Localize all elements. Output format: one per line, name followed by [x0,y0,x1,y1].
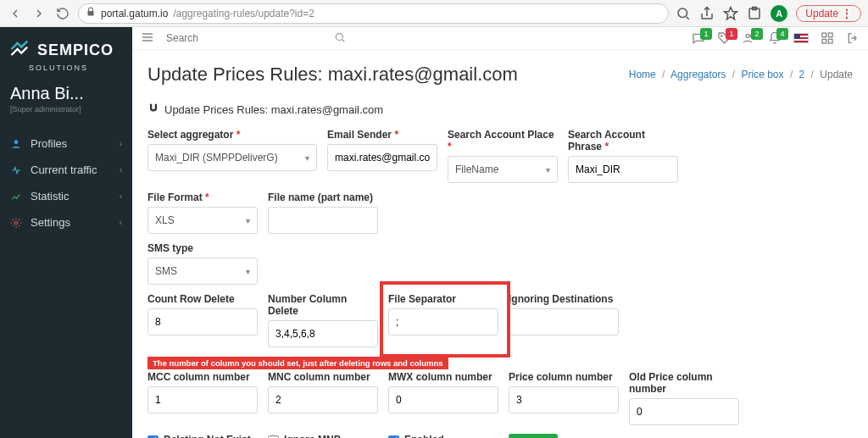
number-col-delete-input[interactable] [268,320,378,347]
file-separator-input[interactable] [388,308,498,335]
brand-logo: SEMPICO [0,27,132,69]
sidebar-item-settings[interactable]: Settings ‹ [0,209,132,236]
sub-header-text: Update Prices Rules: maxi.rates@gmail.co… [164,103,383,116]
select-aggregator-dropdown[interactable]: Maxi_DIR (SMPPDeliverG) ▾ [147,144,317,171]
sidebar-item-current-traffic[interactable]: Current traffic ‹ [0,157,132,183]
field-label: Count Row Delete [147,293,258,305]
count-row-delete-input[interactable] [147,308,258,335]
url-bar[interactable]: portal.gatum.io/aggregating-rules/update… [78,3,669,24]
star-icon[interactable] [723,6,738,21]
count-row-delete-value[interactable] [155,316,250,328]
price-input[interactable] [509,386,619,413]
mwx-input[interactable] [388,386,498,413]
badge-count: 1 [726,28,737,40]
back-button[interactable] [7,5,24,22]
field-label: Old Price column number [629,371,739,395]
field-label: Price column number [509,371,619,383]
forward-button[interactable] [31,5,47,22]
field-label: Email Sender * [327,129,437,141]
badge-count: 4 [776,28,788,40]
field-label: File Format * [147,191,258,203]
old-price-input[interactable] [629,398,739,425]
file-format-dropdown[interactable]: XLS ▾ [147,207,258,234]
sms-type-dropdown[interactable]: SMS ▾ [147,258,258,285]
mnc-value[interactable] [275,394,370,406]
mcc-value[interactable] [155,394,250,406]
sub-header: Update Prices Rules: maxi.rates@gmail.co… [132,94,868,129]
svg-rect-12 [828,39,832,43]
field-mcc: MCC column number [147,371,258,425]
file-separator-value[interactable] [396,316,491,328]
us-flag-icon [793,33,809,43]
topbar-bell-icon[interactable]: 4 [768,31,782,45]
search-account-place-dropdown[interactable]: FileName ▾ [448,156,558,183]
breadcrumb-home[interactable]: Home [629,69,656,80]
field-select-aggregator: Select aggregator * Maxi_DIR (SMPPDelive… [147,129,317,183]
topbar-flag[interactable] [793,33,809,43]
email-sender-value[interactable] [335,152,430,164]
topbar-chat-icon[interactable]: 1 [692,31,705,45]
topbar-grid-icon[interactable] [821,31,834,45]
mcc-input[interactable] [147,386,258,413]
search-icon[interactable] [334,31,346,46]
old-price-value[interactable] [637,406,732,418]
search-account-phrase-input[interactable] [568,156,678,183]
price-value[interactable] [516,394,611,406]
file-name-input[interactable] [268,207,378,234]
topbar-users-icon[interactable]: 2 [743,31,756,45]
breadcrumb-pricebox[interactable]: Price box [742,69,784,80]
chevron-down-icon: ▾ [246,267,250,276]
search-input[interactable] [163,27,349,49]
sms-type-value: SMS [155,265,177,277]
mwx-value[interactable] [396,394,491,406]
share-icon[interactable] [699,6,715,21]
extensions-icon[interactable] [747,6,762,21]
reload-button[interactable] [54,5,71,22]
search-page-icon[interactable] [676,6,691,21]
page-title: Update Prices Rules: maxi.rates@gmail.co… [147,64,518,86]
field-price: Price column number [509,371,619,425]
enabled-label: Enabled [404,434,444,438]
field-mnc: MNC column number [268,371,378,425]
chevron-down-icon: ▾ [546,165,550,175]
profiles-icon [10,138,22,150]
field-search-account-place: Search Account Place * FileName ▾ [448,129,558,183]
save-button[interactable]: Save [509,434,558,438]
browser-update-label: Update [805,8,838,19]
topbar-search[interactable] [163,27,349,49]
chevron-left-icon: ‹ [120,139,122,148]
file-name-value[interactable] [275,214,370,226]
breadcrumb-id[interactable]: 2 [799,69,805,80]
topbar-tag-icon[interactable]: 1 [717,31,731,45]
field-label: MWX column number [388,371,498,383]
ignoring-dest-input[interactable] [509,308,619,335]
number-col-delete-value[interactable] [275,328,370,340]
search-account-phrase-value[interactable] [576,164,670,175]
svg-point-6 [721,36,722,36]
svg-point-4 [14,221,18,225]
field-old-price: Old Price column number [629,371,739,425]
svg-point-5 [336,33,342,40]
sidebar-item-label: Settings [31,216,70,229]
lock-icon [86,7,96,19]
topbar-logout-icon[interactable] [846,31,860,45]
mnc-input[interactable] [268,386,378,413]
sidebar-item-profiles[interactable]: Profiles ‹ [0,130,132,157]
ignoring-dest-value[interactable] [516,316,611,328]
deleting-not-exist-checkbox[interactable]: Deleting Not Exist Destinations [147,434,258,438]
enabled-checkbox[interactable]: Enabled [388,434,498,438]
svg-point-7 [746,34,749,37]
menu-toggle-icon[interactable] [141,30,154,47]
ignore-mnp-label: Ignore MNP [284,434,341,438]
sidebar-user-role: [Super administrator] [10,105,122,114]
sidebar-user-name: Anna Bi... [10,84,122,103]
browser-toolbar-icons: A Update ⋮ [676,5,861,22]
sidebar: SEMPICO SOLUTIONS Anna Bi... [Super admi… [0,27,132,438]
email-sender-input[interactable] [327,144,437,171]
breadcrumb-aggregators[interactable]: Aggregators [670,69,726,80]
profile-avatar[interactable]: A [771,5,787,22]
svg-rect-10 [828,33,832,37]
browser-update-button[interactable]: Update ⋮ [796,5,861,22]
sidebar-item-statistic[interactable]: Statistic ‹ [0,183,132,209]
ignore-mnp-checkbox[interactable]: Ignore MNP [268,434,378,438]
